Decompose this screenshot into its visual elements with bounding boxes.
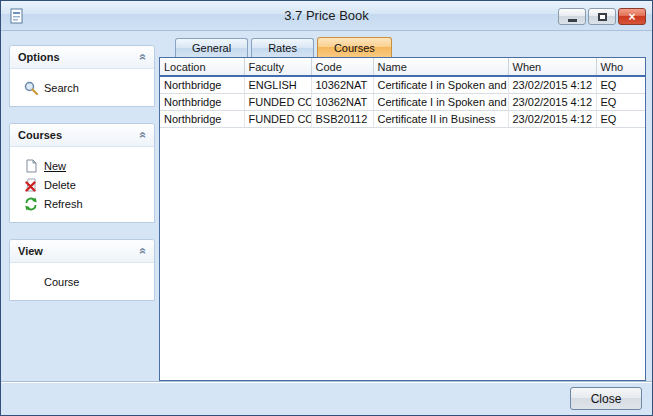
- cell-faculty[interactable]: FUNDED COUR: [244, 111, 311, 128]
- search-icon: [24, 81, 38, 95]
- close-window-button[interactable]: ×: [618, 8, 646, 25]
- new-document-icon: [24, 159, 38, 173]
- close-button[interactable]: Close: [570, 387, 642, 410]
- cell-name[interactable]: Certificate I in Spoken and: [373, 76, 508, 94]
- main-panel: General Rates Courses Location Faculty C…: [159, 37, 646, 381]
- sidebar-item-delete[interactable]: Delete: [10, 175, 154, 194]
- cell-faculty[interactable]: ENGLISH: [244, 76, 311, 94]
- tab-rates[interactable]: Rates: [251, 38, 314, 57]
- group-body-options: Search: [10, 69, 154, 106]
- maximize-icon: [598, 13, 607, 21]
- column-header-faculty[interactable]: Faculty: [244, 58, 311, 76]
- sidebar-item-label: Delete: [44, 179, 76, 191]
- cell-location[interactable]: Northbridge: [160, 94, 244, 111]
- cell-when[interactable]: 23/02/2015 4:12: [508, 76, 596, 94]
- window-title: 3.7 Price Book: [1, 8, 652, 23]
- column-header-name[interactable]: Name: [373, 58, 508, 76]
- tab-bar: General Rates Courses: [159, 37, 646, 57]
- group-header-view[interactable]: View »: [10, 240, 154, 263]
- cell-when[interactable]: 23/02/2015 4:12: [508, 94, 596, 111]
- cell-faculty[interactable]: FUNDED COUR: [244, 94, 311, 111]
- cell-code[interactable]: 10362NAT: [311, 76, 373, 94]
- cell-who[interactable]: EQ: [596, 94, 645, 111]
- tab-general[interactable]: General: [175, 38, 248, 57]
- sidebar-group-view: View » Course: [9, 239, 155, 301]
- courses-grid: Location Faculty Code Name When Who Nort…: [159, 57, 646, 381]
- column-header-location[interactable]: Location: [160, 58, 244, 76]
- refresh-icon: [24, 197, 38, 211]
- cell-who[interactable]: EQ: [596, 111, 645, 128]
- cell-name[interactable]: Certificate I in Spoken and: [373, 94, 508, 111]
- group-body-courses: New Delete: [10, 147, 154, 222]
- window-controls: ×: [556, 8, 646, 25]
- sidebar-item-refresh[interactable]: Refresh: [10, 194, 154, 213]
- group-header-courses[interactable]: Courses »: [10, 124, 154, 147]
- delete-icon: [24, 178, 38, 192]
- sidebar-group-courses: Courses » New Delete: [9, 123, 155, 223]
- sidebar-item-label: Course: [44, 276, 79, 288]
- maximize-button[interactable]: [588, 8, 616, 25]
- cell-name[interactable]: Certificate II in Business: [373, 111, 508, 128]
- minimize-button[interactable]: [558, 8, 586, 25]
- courses-table: Location Faculty Code Name When Who Nort…: [160, 58, 645, 128]
- cell-code[interactable]: 10362NAT: [311, 94, 373, 111]
- sidebar-item-label: New: [44, 160, 66, 172]
- cell-code[interactable]: BSB20112: [311, 111, 373, 128]
- sidebar-item-search[interactable]: Search: [10, 78, 154, 97]
- group-title-options: Options: [18, 51, 60, 63]
- sidebar-item-course[interactable]: Course: [10, 272, 154, 291]
- sidebar-item-label: Refresh: [44, 198, 83, 210]
- column-header-when[interactable]: When: [508, 58, 596, 76]
- titlebar: 3.7 Price Book ×: [1, 1, 652, 31]
- group-title-view: View: [18, 245, 43, 257]
- minimize-icon: [568, 19, 577, 22]
- column-header-code[interactable]: Code: [311, 58, 373, 76]
- sidebar-item-label: Search: [44, 82, 79, 94]
- cell-location[interactable]: Northbridge: [160, 111, 244, 128]
- collapse-chevron-icon[interactable]: »: [137, 248, 149, 255]
- sidebar-group-options: Options » Search: [9, 45, 155, 107]
- collapse-chevron-icon[interactable]: »: [137, 54, 149, 61]
- collapse-chevron-icon[interactable]: »: [137, 132, 149, 139]
- table-row[interactable]: Northbridge FUNDED COUR 10362NAT Certifi…: [160, 94, 645, 111]
- table-row[interactable]: Northbridge FUNDED COUR BSB20112 Certifi…: [160, 111, 645, 128]
- cell-when[interactable]: 23/02/2015 4:12: [508, 111, 596, 128]
- group-header-options[interactable]: Options »: [10, 46, 154, 69]
- group-title-courses: Courses: [18, 129, 62, 141]
- tab-courses[interactable]: Courses: [317, 37, 392, 57]
- sidebar: Options » Search Courses »: [9, 45, 155, 317]
- close-icon: ×: [628, 10, 635, 24]
- cell-location[interactable]: Northbridge: [160, 76, 244, 94]
- table-header-row: Location Faculty Code Name When Who: [160, 58, 645, 76]
- cell-who[interactable]: EQ: [596, 76, 645, 94]
- column-header-who[interactable]: Who: [596, 58, 645, 76]
- sidebar-item-new[interactable]: New: [10, 156, 154, 175]
- group-body-view: Course: [10, 263, 154, 300]
- price-book-window: 3.7 Price Book × Options » Search: [0, 0, 653, 416]
- footer-bar: Close: [1, 381, 652, 415]
- table-row[interactable]: Northbridge ENGLISH 10362NAT Certificate…: [160, 76, 645, 94]
